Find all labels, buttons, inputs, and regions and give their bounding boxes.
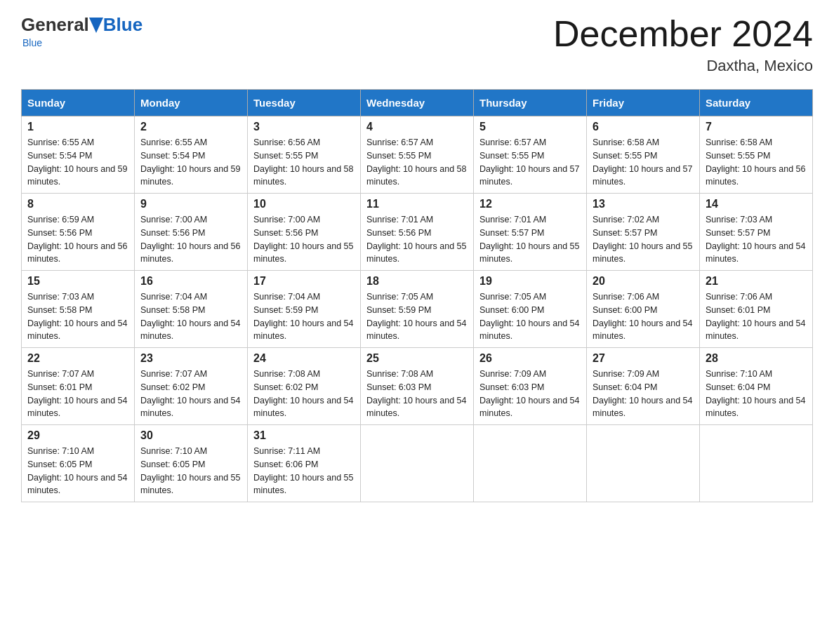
empty-cell xyxy=(587,425,700,502)
day-number: 18 xyxy=(366,275,468,288)
calendar-table: Sunday Monday Tuesday Wednesday Thursday… xyxy=(21,89,813,502)
header-monday: Monday xyxy=(135,90,248,116)
week-row-2: 8Sunrise: 6:59 AMSunset: 5:56 PMDaylight… xyxy=(22,194,813,271)
day-info: Sunrise: 7:01 AMSunset: 5:56 PMDaylight:… xyxy=(366,213,468,266)
day-cell-21: 21Sunrise: 7:06 AMSunset: 6:01 PMDayligh… xyxy=(700,271,813,348)
day-cell-10: 10Sunrise: 7:00 AMSunset: 5:56 PMDayligh… xyxy=(248,194,361,271)
day-info: Sunrise: 6:58 AMSunset: 5:55 PMDaylight:… xyxy=(706,136,807,189)
week-row-3: 15Sunrise: 7:03 AMSunset: 5:58 PMDayligh… xyxy=(22,271,813,348)
day-info: Sunrise: 7:07 AMSunset: 6:02 PMDaylight:… xyxy=(140,368,241,420)
day-cell-13: 13Sunrise: 7:02 AMSunset: 5:57 PMDayligh… xyxy=(587,194,700,271)
day-cell-5: 5Sunrise: 6:57 AMSunset: 5:55 PMDaylight… xyxy=(474,116,587,194)
week-row-4: 22Sunrise: 7:07 AMSunset: 6:01 PMDayligh… xyxy=(22,348,813,425)
day-cell-12: 12Sunrise: 7:01 AMSunset: 5:57 PMDayligh… xyxy=(474,194,587,271)
day-cell-11: 11Sunrise: 7:01 AMSunset: 5:56 PMDayligh… xyxy=(361,194,474,271)
logo-underline: Blue xyxy=(22,37,143,48)
day-cell-9: 9Sunrise: 7:00 AMSunset: 5:56 PMDaylight… xyxy=(135,194,248,271)
day-info: Sunrise: 7:00 AMSunset: 5:56 PMDaylight:… xyxy=(253,213,355,266)
day-info: Sunrise: 7:07 AMSunset: 6:01 PMDaylight:… xyxy=(27,368,128,420)
day-cell-8: 8Sunrise: 6:59 AMSunset: 5:56 PMDaylight… xyxy=(22,194,135,271)
empty-cell xyxy=(474,425,587,502)
week-row-5: 29Sunrise: 7:10 AMSunset: 6:05 PMDayligh… xyxy=(22,425,813,502)
day-cell-18: 18Sunrise: 7:05 AMSunset: 5:59 PMDayligh… xyxy=(361,271,474,348)
day-cell-4: 4Sunrise: 6:57 AMSunset: 5:55 PMDaylight… xyxy=(361,116,474,194)
day-number: 7 xyxy=(706,121,807,133)
day-number: 24 xyxy=(253,352,355,365)
day-info: Sunrise: 6:55 AMSunset: 5:54 PMDaylight:… xyxy=(140,136,241,189)
day-info: Sunrise: 7:03 AMSunset: 5:57 PMDaylight:… xyxy=(706,213,807,266)
day-cell-25: 25Sunrise: 7:08 AMSunset: 6:03 PMDayligh… xyxy=(361,348,474,425)
day-info: Sunrise: 7:11 AMSunset: 6:06 PMDaylight:… xyxy=(253,445,355,497)
day-cell-20: 20Sunrise: 7:06 AMSunset: 6:00 PMDayligh… xyxy=(587,271,700,348)
logo-blue-text: Blue xyxy=(103,14,143,36)
day-cell-16: 16Sunrise: 7:04 AMSunset: 5:58 PMDayligh… xyxy=(135,271,248,348)
day-cell-28: 28Sunrise: 7:10 AMSunset: 6:04 PMDayligh… xyxy=(700,348,813,425)
day-cell-19: 19Sunrise: 7:05 AMSunset: 6:00 PMDayligh… xyxy=(474,271,587,348)
day-info: Sunrise: 7:05 AMSunset: 5:59 PMDaylight:… xyxy=(366,290,468,343)
day-cell-1: 1Sunrise: 6:55 AMSunset: 5:54 PMDaylight… xyxy=(22,116,135,194)
day-number: 4 xyxy=(366,121,468,133)
week-row-1: 1Sunrise: 6:55 AMSunset: 5:54 PMDaylight… xyxy=(22,116,813,194)
day-number: 5 xyxy=(479,121,581,133)
day-number: 13 xyxy=(593,198,694,210)
day-cell-29: 29Sunrise: 7:10 AMSunset: 6:05 PMDayligh… xyxy=(22,425,135,502)
title-area: December 2024 Daxtha, Mexico xyxy=(553,14,813,75)
header-saturday: Saturday xyxy=(700,90,813,116)
day-number: 26 xyxy=(479,352,581,365)
day-cell-27: 27Sunrise: 7:09 AMSunset: 6:04 PMDayligh… xyxy=(587,348,700,425)
day-number: 20 xyxy=(593,275,694,288)
empty-cell xyxy=(700,425,813,502)
day-cell-24: 24Sunrise: 7:08 AMSunset: 6:02 PMDayligh… xyxy=(248,348,361,425)
day-info: Sunrise: 7:02 AMSunset: 5:57 PMDaylight:… xyxy=(593,213,694,266)
day-number: 31 xyxy=(253,429,355,442)
day-number: 17 xyxy=(253,275,355,288)
day-info: Sunrise: 6:57 AMSunset: 5:55 PMDaylight:… xyxy=(479,136,581,189)
day-number: 12 xyxy=(479,198,581,210)
day-number: 30 xyxy=(140,429,241,442)
day-info: Sunrise: 7:04 AMSunset: 5:58 PMDaylight:… xyxy=(140,290,241,343)
day-number: 15 xyxy=(27,275,128,288)
day-number: 14 xyxy=(706,198,807,210)
day-cell-2: 2Sunrise: 6:55 AMSunset: 5:54 PMDaylight… xyxy=(135,116,248,194)
day-number: 10 xyxy=(253,198,355,210)
day-info: Sunrise: 6:55 AMSunset: 5:54 PMDaylight:… xyxy=(27,136,128,189)
day-cell-7: 7Sunrise: 6:58 AMSunset: 5:55 PMDaylight… xyxy=(700,116,813,194)
page-header: General Blue Blue December 2024 Daxtha, … xyxy=(21,14,813,75)
day-info: Sunrise: 7:00 AMSunset: 5:56 PMDaylight:… xyxy=(140,213,241,266)
header-thursday: Thursday xyxy=(474,90,587,116)
day-info: Sunrise: 7:03 AMSunset: 5:58 PMDaylight:… xyxy=(27,290,128,343)
day-info: Sunrise: 7:09 AMSunset: 6:04 PMDaylight:… xyxy=(593,368,694,420)
day-number: 9 xyxy=(140,198,241,210)
header-tuesday: Tuesday xyxy=(248,90,361,116)
day-info: Sunrise: 7:08 AMSunset: 6:03 PMDaylight:… xyxy=(366,368,468,420)
day-number: 11 xyxy=(366,198,468,210)
day-info: Sunrise: 6:59 AMSunset: 5:56 PMDaylight:… xyxy=(27,213,128,266)
day-info: Sunrise: 7:08 AMSunset: 6:02 PMDaylight:… xyxy=(253,368,355,420)
day-cell-14: 14Sunrise: 7:03 AMSunset: 5:57 PMDayligh… xyxy=(700,194,813,271)
weekday-header-row: Sunday Monday Tuesday Wednesday Thursday… xyxy=(22,90,813,116)
day-cell-23: 23Sunrise: 7:07 AMSunset: 6:02 PMDayligh… xyxy=(135,348,248,425)
day-info: Sunrise: 7:06 AMSunset: 6:00 PMDaylight:… xyxy=(593,290,694,343)
svg-marker-0 xyxy=(89,18,103,33)
day-number: 28 xyxy=(706,352,807,365)
day-info: Sunrise: 7:10 AMSunset: 6:05 PMDaylight:… xyxy=(140,445,241,497)
day-number: 22 xyxy=(27,352,128,365)
day-info: Sunrise: 7:05 AMSunset: 6:00 PMDaylight:… xyxy=(479,290,581,343)
day-number: 2 xyxy=(140,121,241,133)
day-info: Sunrise: 6:58 AMSunset: 5:55 PMDaylight:… xyxy=(593,136,694,189)
empty-cell xyxy=(361,425,474,502)
day-cell-15: 15Sunrise: 7:03 AMSunset: 5:58 PMDayligh… xyxy=(22,271,135,348)
day-number: 19 xyxy=(479,275,581,288)
day-cell-31: 31Sunrise: 7:11 AMSunset: 6:06 PMDayligh… xyxy=(248,425,361,502)
day-info: Sunrise: 7:10 AMSunset: 6:05 PMDaylight:… xyxy=(27,445,128,497)
day-info: Sunrise: 6:56 AMSunset: 5:55 PMDaylight:… xyxy=(253,136,355,189)
day-info: Sunrise: 7:10 AMSunset: 6:04 PMDaylight:… xyxy=(706,368,807,420)
day-number: 23 xyxy=(140,352,241,365)
location-title: Daxtha, Mexico xyxy=(553,57,813,75)
day-info: Sunrise: 7:09 AMSunset: 6:03 PMDaylight:… xyxy=(479,368,581,420)
header-friday: Friday xyxy=(587,90,700,116)
day-info: Sunrise: 7:01 AMSunset: 5:57 PMDaylight:… xyxy=(479,213,581,266)
day-cell-6: 6Sunrise: 6:58 AMSunset: 5:55 PMDaylight… xyxy=(587,116,700,194)
day-info: Sunrise: 6:57 AMSunset: 5:55 PMDaylight:… xyxy=(366,136,468,189)
day-number: 27 xyxy=(593,352,694,365)
